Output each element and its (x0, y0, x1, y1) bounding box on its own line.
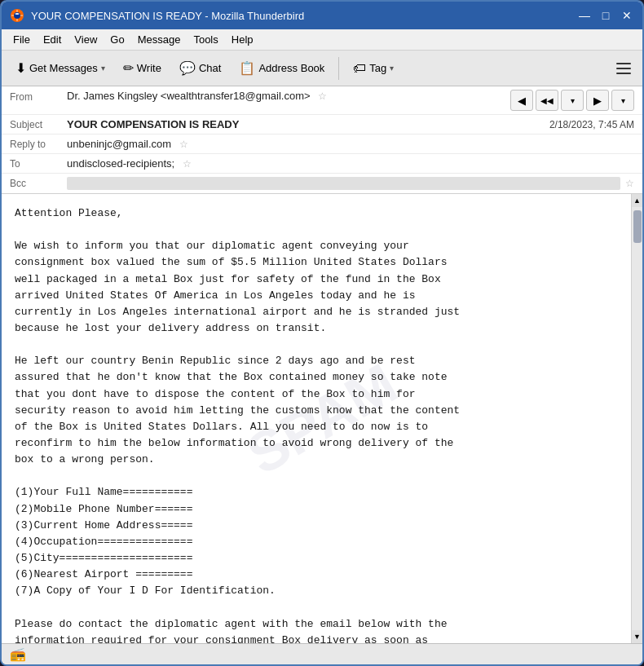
hamburger-line-1 (616, 63, 631, 64)
from-label: From (10, 90, 67, 103)
scroll-up-button[interactable]: ▲ (632, 194, 642, 207)
reply-to-value: unbeninjc@gmail.com ☆ (67, 138, 634, 150)
back-button[interactable]: ◀ (510, 90, 533, 111)
status-icon: 📻 (10, 646, 26, 662)
write-icon: ✏ (123, 60, 134, 76)
get-messages-icon: ⬇ (15, 60, 26, 76)
to-star-icon[interactable]: ☆ (183, 158, 192, 170)
write-label: Write (137, 62, 161, 74)
maximize-button[interactable]: □ (598, 8, 613, 23)
scrollbar[interactable]: ▲ ▼ (631, 194, 642, 643)
address-book-button[interactable]: 📋 Address Book (232, 55, 332, 82)
menu-help[interactable]: Help (225, 32, 260, 47)
hamburger-menu-button[interactable] (611, 56, 636, 81)
hamburger-line-2 (616, 68, 631, 69)
bcc-value (67, 177, 620, 190)
scroll-track[interactable] (632, 207, 642, 630)
address-book-label: Address Book (258, 62, 324, 74)
nav-more-button[interactable]: ▾ (611, 90, 634, 111)
toolbar: ⬇ Get Messages ▾ ✏ Write 💬 Chat 📋 Addres… (2, 51, 642, 86)
menu-tools[interactable]: Tools (187, 32, 224, 47)
nav-buttons: ◀ ◀◀ ▾ ▶ ▾ (510, 90, 634, 111)
message-body[interactable]: Attention Please, We wish to inform you … (2, 194, 631, 643)
menu-view[interactable]: View (68, 32, 104, 47)
minimize-button[interactable]: — (577, 8, 592, 23)
app-icon (10, 8, 24, 23)
from-value: Dr. James Kingsley <wealthtransfer18@gma… (67, 90, 504, 102)
message-text: Attention Please, We wish to inform you … (15, 205, 618, 643)
bcc-label: Bcc (10, 178, 67, 189)
to-value: undisclosed-recipients; ☆ (67, 157, 634, 170)
menu-bar: File Edit View Go Message Tools Help (2, 29, 642, 51)
close-button[interactable]: ✕ (620, 8, 634, 23)
chat-icon: 💬 (179, 60, 196, 76)
window-title: YOUR COMPENSATION IS READY - Mozilla Thu… (31, 10, 577, 22)
from-star-icon[interactable]: ☆ (318, 90, 327, 102)
tag-arrow: ▾ (390, 64, 394, 73)
subject-value: YOUR COMPENSATION IS READY (67, 118, 549, 130)
bcc-star-icon[interactable]: ☆ (625, 178, 634, 189)
reply-to-label: Reply to (10, 139, 67, 150)
menu-edit[interactable]: Edit (37, 32, 68, 47)
address-book-icon: 📋 (239, 60, 255, 76)
email-date: 2/18/2023, 7:45 AM (549, 119, 634, 130)
subject-label: Subject (10, 119, 67, 130)
from-value-text: Dr. James Kingsley <wealthtransfer18@gma… (67, 90, 311, 102)
get-messages-label: Get Messages (29, 62, 98, 74)
title-bar: YOUR COMPENSATION IS READY - Mozilla Thu… (2, 2, 642, 29)
get-messages-button[interactable]: ⬇ Get Messages ▾ (8, 55, 112, 82)
menu-file[interactable]: File (7, 32, 37, 47)
to-value-text: undisclosed-recipients; (67, 157, 174, 170)
menu-go[interactable]: Go (104, 32, 130, 47)
chat-button[interactable]: 💬 Chat (172, 55, 228, 82)
scroll-down-button[interactable]: ▼ (632, 630, 642, 643)
reply-to-star-icon[interactable]: ☆ (179, 139, 188, 150)
scroll-thumb[interactable] (633, 210, 642, 243)
hamburger-line-3 (616, 73, 631, 74)
to-label: To (10, 158, 67, 170)
email-header: From Dr. James Kingsley <wealthtransfer1… (2, 86, 642, 194)
get-messages-arrow: ▾ (101, 64, 105, 73)
toolbar-separator (338, 57, 339, 80)
status-bar: 📻 (2, 643, 642, 664)
forward-button[interactable]: ▶ (586, 90, 609, 111)
message-container: SPAM Attention Please, We wish to inform… (2, 194, 642, 643)
menu-message[interactable]: Message (131, 32, 187, 47)
tag-label: Tag (369, 62, 386, 74)
write-button[interactable]: ✏ Write (116, 55, 169, 82)
window-controls: — □ ✕ (577, 8, 634, 23)
tag-button[interactable]: 🏷 Tag ▾ (346, 55, 401, 82)
nav-dropdown-button[interactable]: ▾ (561, 90, 584, 111)
tag-icon: 🏷 (353, 61, 366, 76)
chat-label: Chat (199, 62, 221, 74)
reply-to-text: unbeninjc@gmail.com (67, 138, 171, 150)
main-window: YOUR COMPENSATION IS READY - Mozilla Thu… (0, 0, 644, 666)
back-all-button[interactable]: ◀◀ (536, 90, 558, 111)
